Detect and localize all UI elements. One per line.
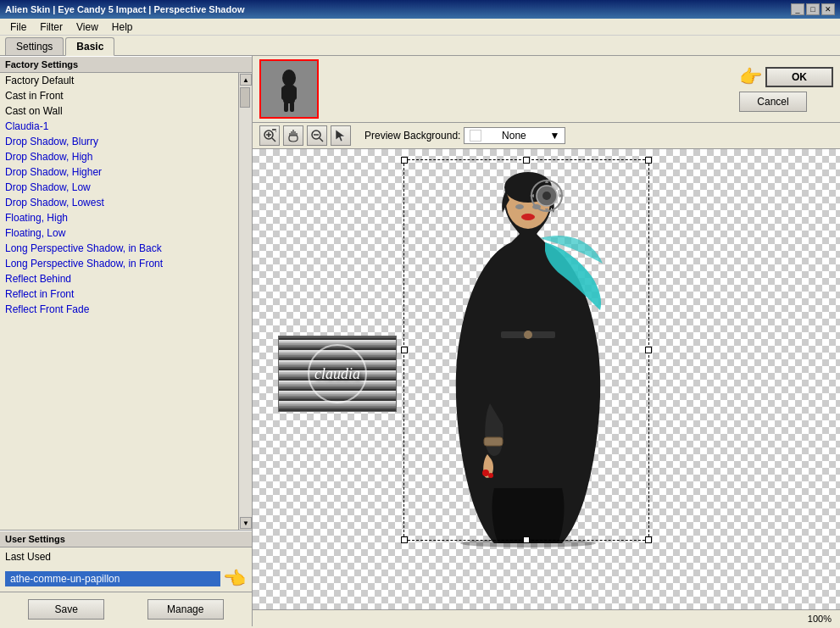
svg-point-19 xyxy=(515,204,524,209)
bg-color-swatch xyxy=(470,130,481,142)
svg-rect-4 xyxy=(292,86,297,100)
svg-point-28 xyxy=(524,331,532,339)
hand-pointer-icon: 👉 xyxy=(224,568,247,590)
menu-help[interactable]: Help xyxy=(105,19,140,35)
minimize-button[interactable]: _ xyxy=(791,3,804,15)
list-item-drop-shadow-high[interactable]: Drop Shadow, High xyxy=(0,149,238,164)
bottom-buttons: Save Manage xyxy=(0,592,252,626)
handle-tm[interactable] xyxy=(523,157,530,164)
scroll-thumb[interactable] xyxy=(240,87,250,108)
list-item-claudia-1[interactable]: Claudia-1 xyxy=(0,119,238,134)
handle-ml[interactable] xyxy=(401,347,408,353)
tab-basic[interactable]: Basic xyxy=(65,37,114,56)
zoom-icon xyxy=(310,129,324,142)
list-item-long-perspective-back[interactable]: Long Perspective Shadow, in Back xyxy=(0,241,238,256)
pointer-tool[interactable] xyxy=(331,125,351,146)
list-item-floating-high[interactable]: Floating, High xyxy=(0,210,238,225)
svg-point-29 xyxy=(460,539,596,547)
menu-filter[interactable]: Filter xyxy=(33,19,70,35)
preview-canvas[interactable]: claudia xyxy=(253,149,840,609)
fashion-figure xyxy=(409,166,647,547)
fashion-figure-svg xyxy=(409,166,647,547)
svg-line-13 xyxy=(320,138,323,142)
dropdown-arrow-icon: ▼ xyxy=(549,130,559,142)
ok-hand-icon: 👉 xyxy=(739,66,762,88)
list-item-drop-shadow-low[interactable]: Drop Shadow, Low xyxy=(0,180,238,195)
list-item-drop-shadow-higher[interactable]: Drop Shadow, Higher xyxy=(0,164,238,180)
factory-settings-header: Factory Settings xyxy=(0,56,252,73)
list-item-reflect-front-fade[interactable]: Reflect Front Fade xyxy=(0,302,238,317)
zoom-in-icon xyxy=(263,129,276,142)
svg-point-1 xyxy=(282,69,296,86)
preview-bg-dropdown[interactable]: None ▼ xyxy=(464,127,565,144)
left-panel: Factory Settings Factory Default Cast in… xyxy=(0,56,253,626)
handle-tr[interactable] xyxy=(645,157,652,164)
watermark-box: claudia xyxy=(278,336,397,412)
preview-bg-label: Preview Background: xyxy=(364,130,460,142)
pan-tool[interactable] xyxy=(283,125,303,146)
list-item-drop-shadow-blurry[interactable]: Drop Shadow, Blurry xyxy=(0,134,238,149)
menu-view[interactable]: View xyxy=(70,19,105,35)
list-item-reflect-behind[interactable]: Reflect Behind xyxy=(0,271,238,286)
handle-bl[interactable] xyxy=(401,536,408,543)
title-bar: Alien Skin | Eye Candy 5 Impact | Perspe… xyxy=(0,0,840,19)
tabs-bar: Settings Basic xyxy=(0,36,840,56)
svg-point-25 xyxy=(482,470,489,476)
svg-rect-5 xyxy=(284,102,288,112)
svg-point-23 xyxy=(542,192,551,200)
svg-marker-15 xyxy=(336,130,345,142)
svg-point-18 xyxy=(521,214,535,220)
scroll-up-arrow[interactable]: ▲ xyxy=(240,74,252,86)
selected-user-item[interactable]: athe-comme-un-papillon xyxy=(5,571,220,586)
main-content: Factory Settings Factory Default Cast in… xyxy=(0,56,840,626)
factory-settings-section: Factory Settings Factory Default Cast in… xyxy=(0,56,252,531)
svg-point-26 xyxy=(488,473,493,478)
title-bar-text: Alien Skin | Eye Candy 5 Impact | Perspe… xyxy=(5,4,244,14)
thumbnail-box xyxy=(259,59,319,119)
list-item-drop-shadow-lowest[interactable]: Drop Shadow, Lowest xyxy=(0,195,238,210)
save-button[interactable]: Save xyxy=(28,599,104,620)
svg-line-8 xyxy=(272,138,275,142)
hand-tool-icon xyxy=(286,129,300,142)
factory-settings-list[interactable]: Factory Default Cast in Front Cast on Wa… xyxy=(0,73,238,530)
preview-top-bar: 👉 OK Cancel xyxy=(253,56,840,123)
svg-rect-3 xyxy=(281,86,286,100)
right-panel: 👉 OK Cancel xyxy=(253,56,840,626)
user-settings-header: User Settings xyxy=(0,531,252,547)
selected-user-item-row: athe-comme-un-papillon 👉 xyxy=(5,568,247,590)
list-item-factory-default[interactable]: Factory Default xyxy=(0,73,238,88)
handle-tl[interactable] xyxy=(401,157,408,164)
thumbnail-svg xyxy=(261,61,317,117)
close-button[interactable]: ✕ xyxy=(821,3,835,15)
title-bar-controls[interactable]: _ □ ✕ xyxy=(791,3,835,15)
ok-cancel-area: 👉 OK Cancel xyxy=(739,66,833,112)
list-item-long-perspective-front[interactable]: Long Perspective Shadow, in Front xyxy=(0,256,238,271)
list-item-cast-on-wall[interactable]: Cast on Wall xyxy=(0,103,238,119)
maximize-button[interactable]: □ xyxy=(806,3,820,15)
factory-settings-list-wrapper: Factory Default Cast in Front Cast on Wa… xyxy=(0,73,252,530)
zoom-tool[interactable] xyxy=(307,125,327,146)
list-item-reflect-in-front[interactable]: Reflect in Front xyxy=(0,286,238,302)
list-item-cast-in-front[interactable]: Cast in Front xyxy=(0,88,238,103)
thumbnail-inner xyxy=(261,61,317,117)
zoom-in-tool[interactable] xyxy=(259,125,280,146)
scroll-down-arrow[interactable]: ▼ xyxy=(240,517,252,529)
user-settings-section: User Settings Last Used athe-comme-un-pa… xyxy=(0,531,252,592)
toolbar-bar: Preview Background: None ▼ xyxy=(253,123,840,149)
manage-button[interactable]: Manage xyxy=(147,599,224,620)
menu-file[interactable]: File xyxy=(3,19,33,35)
list-item-floating-low[interactable]: Floating, Low xyxy=(0,225,238,241)
cancel-button[interactable]: Cancel xyxy=(739,92,807,112)
watermark-text: claudia xyxy=(314,365,360,383)
menu-bar: File Filter View Help xyxy=(0,19,840,36)
tab-settings[interactable]: Settings xyxy=(5,37,64,55)
scroll-track xyxy=(239,86,252,516)
svg-rect-24 xyxy=(484,437,503,446)
factory-list-scrollbar[interactable]: ▲ ▼ xyxy=(238,73,252,530)
ok-button[interactable]: OK xyxy=(765,67,833,87)
last-used-label: Last Used xyxy=(0,547,252,566)
preview-bg-value: None xyxy=(502,130,526,142)
zoom-level-text: 100% xyxy=(808,614,832,624)
ok-button-container: 👉 OK xyxy=(739,66,833,88)
status-bar: 100% xyxy=(253,609,840,626)
